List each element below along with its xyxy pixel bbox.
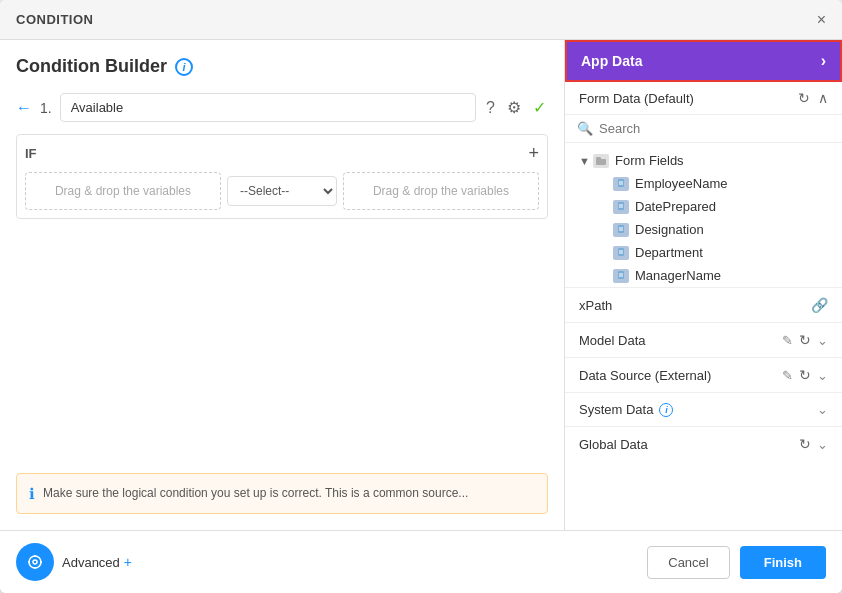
finish-button[interactable]: Finish <box>740 546 826 579</box>
if-section: IF + Drag & drop the variables --Select-… <box>16 134 548 219</box>
section-title-row: Condition Builder i <box>16 56 548 77</box>
expand-icon[interactable]: ⌄ <box>817 368 828 383</box>
field-icon <box>613 223 629 237</box>
system-data-section-row[interactable]: System Data i ⌄ <box>565 392 842 426</box>
search-input[interactable] <box>599 121 830 136</box>
system-data-label: System Data <box>579 402 653 417</box>
form-data-refresh-icon[interactable]: ↻ <box>798 90 810 106</box>
settings-button[interactable]: ⚙ <box>505 96 523 119</box>
svg-rect-2 <box>618 179 624 187</box>
cancel-button[interactable]: Cancel <box>647 546 729 579</box>
refresh-icon[interactable]: ↻ <box>799 436 811 452</box>
data-source-section-row[interactable]: Data Source (External) ✎ ↻ ⌄ <box>565 357 842 392</box>
form-data-label: Form Data (Default) <box>579 91 694 106</box>
close-button[interactable]: × <box>817 12 826 28</box>
left-drop-zone[interactable]: Drag & drop the variables <box>25 172 221 210</box>
tree-item-date[interactable]: DatePrepared <box>585 195 842 218</box>
edit-icon[interactable]: ✎ <box>782 368 793 383</box>
condition-name-input[interactable] <box>60 93 476 122</box>
tree-item-department[interactable]: Department <box>585 241 842 264</box>
search-box: 🔍 <box>565 115 842 143</box>
if-header: IF + <box>25 143 539 164</box>
designation-label: Designation <box>635 222 704 237</box>
field-icon <box>613 200 629 214</box>
date-prepared-label: DatePrepared <box>635 199 716 214</box>
data-source-actions: ✎ ↻ ⌄ <box>782 367 828 383</box>
app-data-label: App Data <box>581 53 642 69</box>
svg-point-18 <box>33 560 37 564</box>
warning-text: Make sure the logical condition you set … <box>43 484 468 502</box>
svg-rect-11 <box>618 248 624 256</box>
refresh-icon[interactable]: ↻ <box>799 332 811 348</box>
edit-icon[interactable]: ✎ <box>782 333 793 348</box>
if-label: IF <box>25 146 37 161</box>
condition-fields: Drag & drop the variables --Select-- equ… <box>25 172 539 210</box>
svg-rect-1 <box>596 157 601 160</box>
system-data-info-icon[interactable]: i <box>659 403 673 417</box>
check-button[interactable]: ✓ <box>531 96 548 119</box>
form-data-collapse-icon[interactable]: ∧ <box>818 90 828 106</box>
expand-icon[interactable]: ⌄ <box>817 402 828 417</box>
warning-icon: ℹ <box>29 485 35 503</box>
right-drop-zone[interactable]: Drag & drop the variables <box>343 172 539 210</box>
global-data-section-row[interactable]: Global Data ↻ ⌄ <box>565 426 842 461</box>
tree-form-fields[interactable]: ▼ Form Fields <box>565 149 842 172</box>
tree-item-manager[interactable]: ManagerName <box>585 264 842 287</box>
condition-builder-title: Condition Builder <box>16 56 167 77</box>
tree-toggle-icon: ▼ <box>579 155 593 167</box>
form-data-actions: ↻ ∧ <box>798 90 828 106</box>
form-data-row: Form Data (Default) ↻ ∧ <box>565 82 842 115</box>
form-fields-label: Form Fields <box>615 153 684 168</box>
app-data-arrow-icon[interactable]: › <box>821 52 826 70</box>
global-data-label: Global Data <box>579 437 648 452</box>
advanced-plus-icon[interactable]: + <box>124 554 132 570</box>
xpath-section-row[interactable]: xPath 🔗 <box>565 287 842 322</box>
manager-name-label: ManagerName <box>635 268 721 283</box>
add-condition-button[interactable]: + <box>528 143 539 164</box>
left-panel: Condition Builder i ← 1. ? ⚙ ✓ IF + Drag… <box>0 40 565 530</box>
advanced-circle-button[interactable] <box>16 543 54 581</box>
modal-body: Condition Builder i ← 1. ? ⚙ ✓ IF + Drag… <box>0 40 842 530</box>
svg-rect-8 <box>618 225 624 233</box>
warning-box: ℹ Make sure the logical condition you se… <box>16 473 548 514</box>
employee-name-label: EmployeeName <box>635 176 728 191</box>
field-icon <box>613 177 629 191</box>
global-data-actions: ↻ ⌄ <box>799 436 828 452</box>
link-icon[interactable]: 🔗 <box>811 297 828 313</box>
svg-point-17 <box>29 556 41 568</box>
tree-container: ▼ Form Fields EmployeeName <box>565 143 842 530</box>
system-data-actions: ⌄ <box>817 402 828 417</box>
row-number: 1. <box>40 100 52 116</box>
tree-item-employee[interactable]: EmployeeName <box>585 172 842 195</box>
model-data-section-row[interactable]: Model Data ✎ ↻ ⌄ <box>565 322 842 357</box>
expand-icon[interactable]: ⌄ <box>817 437 828 452</box>
department-label: Department <box>635 245 703 260</box>
info-icon[interactable]: i <box>175 58 193 76</box>
right-panel: App Data › Form Data (Default) ↻ ∧ 🔍 <box>565 40 842 530</box>
modal-header: CONDITION × <box>0 0 842 40</box>
back-arrow-button[interactable]: ← <box>16 99 32 117</box>
folder-icon <box>593 154 609 168</box>
field-icon <box>613 246 629 260</box>
xpath-actions: 🔗 <box>811 297 828 313</box>
xpath-label: xPath <box>579 298 612 313</box>
model-data-actions: ✎ ↻ ⌄ <box>782 332 828 348</box>
question-button[interactable]: ? <box>484 97 497 119</box>
refresh-icon[interactable]: ↻ <box>799 367 811 383</box>
data-source-label: Data Source (External) <box>579 368 711 383</box>
modal-title: CONDITION <box>16 12 93 27</box>
app-data-header: App Data › <box>565 40 842 82</box>
search-icon: 🔍 <box>577 121 593 136</box>
advanced-label: Advanced + <box>62 554 132 570</box>
condition-row: ← 1. ? ⚙ ✓ <box>16 93 548 122</box>
modal-footer: Advanced + Cancel Finish <box>0 530 842 593</box>
svg-rect-14 <box>618 271 624 279</box>
advanced-section: Advanced + <box>16 543 132 581</box>
svg-rect-5 <box>618 202 624 210</box>
model-data-label: Model Data <box>579 333 645 348</box>
field-icon <box>613 269 629 283</box>
operator-select[interactable]: --Select-- equals not equals contains gr… <box>227 176 337 206</box>
tree-item-designation[interactable]: Designation <box>585 218 842 241</box>
expand-icon[interactable]: ⌄ <box>817 333 828 348</box>
modal: CONDITION × Condition Builder i ← 1. ? ⚙… <box>0 0 842 593</box>
